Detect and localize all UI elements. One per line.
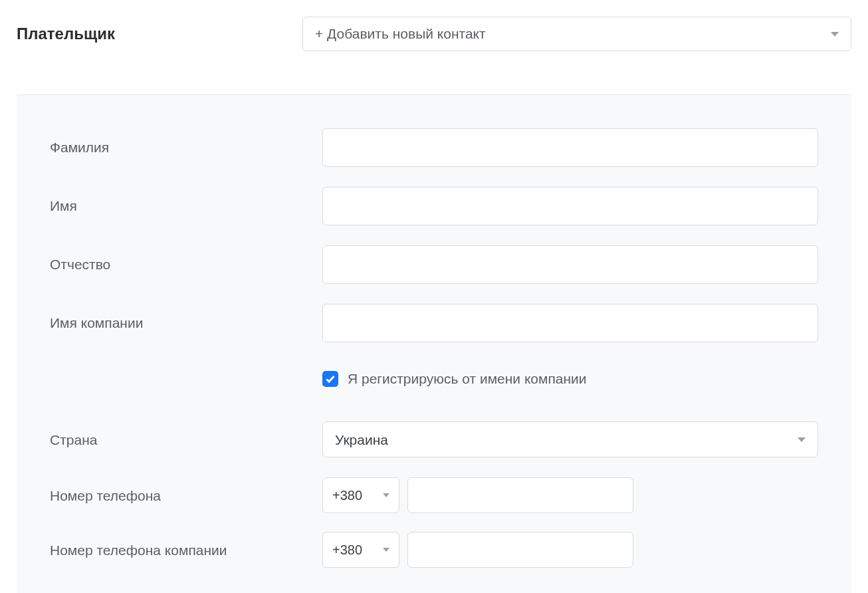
payer-form-panel: Фамилия Имя Отчество Имя компании	[17, 94, 851, 593]
chevron-down-icon	[798, 437, 806, 442]
contact-dropdown[interactable]: + Добавить новый контакт	[302, 17, 851, 51]
label-last-name: Фамилия	[50, 138, 309, 157]
row-company-phone: Номер телефона компании +380	[50, 532, 818, 568]
label-phone: Номер телефона	[50, 486, 309, 505]
check-icon	[325, 374, 336, 384]
label-company-name: Имя компании	[50, 313, 309, 332]
select-country[interactable]: Украина	[322, 421, 818, 457]
input-phone-number[interactable]	[407, 477, 633, 513]
chevron-down-icon	[383, 548, 389, 552]
label-company-checkbox[interactable]: Я регистрируюсь от имени компании	[348, 369, 587, 388]
payer-title: Плательщик	[17, 23, 289, 45]
row-company-checkbox: Я регистрируюсь от имени компании	[50, 369, 818, 388]
label-company-phone: Номер телефона компании	[50, 540, 309, 560]
checkbox-register-as-company[interactable]	[322, 371, 338, 387]
label-first-name: Имя	[50, 196, 309, 215]
chevron-down-icon	[831, 32, 839, 37]
input-last-name[interactable]	[322, 128, 818, 167]
input-first-name[interactable]	[322, 187, 818, 225]
row-last-name: Фамилия	[50, 128, 818, 167]
select-country-value: Украина	[335, 430, 388, 449]
input-company-name[interactable]	[322, 304, 818, 342]
row-phone: Номер телефона +380	[50, 477, 818, 513]
chevron-down-icon	[383, 493, 389, 497]
row-first-name: Имя	[50, 187, 818, 225]
select-company-phone-code-value: +380	[332, 540, 362, 559]
select-phone-code[interactable]: +380	[322, 477, 399, 513]
label-country: Страна	[50, 430, 309, 449]
select-company-phone-code[interactable]: +380	[322, 532, 399, 568]
row-patronymic: Отчество	[50, 245, 818, 284]
row-company-name: Имя компании	[50, 304, 818, 342]
payer-header-row: Плательщик + Добавить новый контакт	[17, 0, 851, 94]
input-patronymic[interactable]	[322, 245, 818, 284]
select-phone-code-value: +380	[332, 486, 362, 505]
row-country: Страна Украина	[50, 421, 818, 457]
contact-dropdown-selected: + Добавить новый контакт	[315, 24, 486, 43]
input-company-phone-number[interactable]	[407, 532, 633, 568]
label-patronymic: Отчество	[50, 255, 309, 274]
